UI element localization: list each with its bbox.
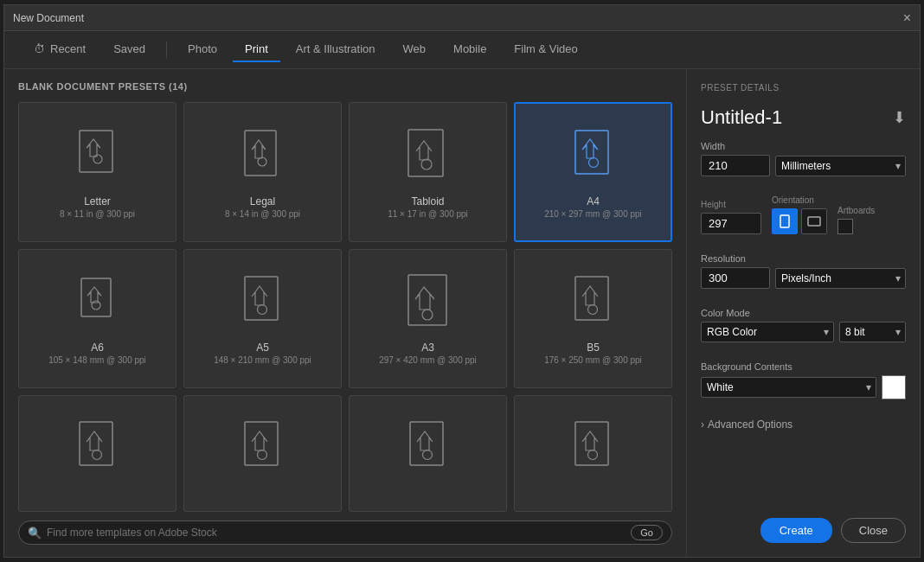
preset-a3[interactable]: A3 297 × 420 mm @ 300 ppi: [349, 249, 507, 387]
preset-9-icon: [72, 418, 124, 480]
preset-letter[interactable]: Letter 8 × 11 in @ 300 ppi: [18, 102, 176, 242]
search-input[interactable]: [47, 527, 626, 539]
dialog-title: New Document: [13, 12, 84, 24]
preset-a4[interactable]: A4 210 × 297 mm @ 300 ppi: [514, 102, 672, 242]
chevron-right-icon: ›: [701, 418, 704, 431]
tab-print[interactable]: Print: [233, 37, 280, 62]
resolution-unit-select[interactable]: Pixels/Inch Pixels/Centimeter: [775, 268, 906, 289]
preset-a6-size: 105 × 148 mm @ 300 ppi: [48, 355, 146, 365]
landscape-button[interactable]: [801, 208, 827, 234]
preset-a6-name: A6: [91, 342, 104, 354]
tab-art[interactable]: Art & Illustration: [284, 37, 388, 62]
document-name: Untitled-1: [701, 106, 782, 129]
presets-panel: BLANK DOCUMENT PRESETS (14) Letter 8 × 1…: [4, 69, 686, 557]
bg-contents-wrapper: White Black Transparent Background Color: [701, 377, 876, 398]
artboards-checkbox[interactable]: [837, 219, 853, 234]
bg-color-swatch[interactable]: [882, 375, 906, 399]
svg-rect-12: [408, 275, 446, 325]
details-title-row: Untitled-1 ⬇: [701, 106, 906, 129]
tab-web[interactable]: Web: [391, 37, 439, 62]
orientation-label: Orientation: [772, 195, 827, 205]
portrait-button[interactable]: [772, 208, 798, 234]
preset-9[interactable]: [18, 395, 176, 512]
height-label: Height: [701, 200, 761, 209]
search-bar: 🔍 Go: [18, 520, 672, 545]
save-preset-icon[interactable]: ⬇: [893, 108, 906, 127]
svg-point-19: [257, 450, 266, 460]
color-mode-row: RGB Color CMYK Color Grayscale 8 bit 16 …: [701, 322, 906, 342]
color-depth-select[interactable]: 8 bit 16 bit 32 bit: [839, 322, 906, 342]
resolution-input[interactable]: [701, 267, 770, 289]
color-mode-select[interactable]: RGB Color CMYK Color Grayscale: [701, 322, 834, 342]
bg-contents-select[interactable]: White Black Transparent Background Color: [701, 377, 876, 398]
svg-point-17: [92, 450, 101, 460]
preset-10[interactable]: [183, 395, 342, 512]
tab-recent[interactable]: ⏱ Recent: [22, 37, 98, 62]
svg-rect-16: [80, 422, 112, 465]
color-mode-wrapper: RGB Color CMYK Color Grayscale: [701, 322, 834, 342]
preset-b5-icon: [568, 272, 619, 335]
preset-b5[interactable]: B5 176 × 250 mm @ 300 ppi: [514, 249, 672, 387]
advanced-options-toggle[interactable]: › Advanced Options: [701, 418, 906, 431]
preset-b5-name: B5: [587, 342, 600, 354]
preset-tabloid-size: 11 × 17 in @ 300 ppi: [388, 209, 468, 219]
presets-header: BLANK DOCUMENT PRESETS (14): [18, 81, 672, 92]
presets-grid: Letter 8 × 11 in @ 300 ppi Legal 8 × 14 …: [18, 102, 672, 512]
preset-a6[interactable]: A6 105 × 148 mm @ 300 ppi: [18, 249, 176, 387]
preset-tabloid-name: Tabloid: [411, 195, 444, 208]
preset-legal-icon: [237, 126, 289, 188]
preset-letter-size: 8 × 11 in @ 300 ppi: [60, 209, 135, 219]
svg-point-5: [421, 159, 432, 169]
resolution-unit-wrapper: Pixels/Inch Pixels/Centimeter: [775, 268, 906, 289]
preset-b5-size: 176 × 250 mm @ 300 ppi: [544, 355, 642, 365]
preset-a5-name: A5: [256, 342, 269, 354]
artboards-subgroup: Artboards: [837, 206, 875, 234]
preset-tabloid[interactable]: Tabloid 11 × 17 in @ 300 ppi: [349, 102, 507, 242]
close-button[interactable]: Close: [841, 518, 906, 543]
orientation-group: [772, 208, 827, 234]
bg-contents-label: Background Contents: [701, 361, 906, 372]
main-content: BLANK DOCUMENT PRESETS (14) Letter 8 × 1…: [4, 69, 920, 557]
preset-legal[interactable]: Legal 8 × 14 in @ 300 ppi: [183, 102, 342, 242]
search-go-button[interactable]: Go: [631, 525, 663, 540]
width-input[interactable]: [701, 155, 770, 176]
details-panel: PRESET DETAILS Untitled-1 ⬇ Width Millim…: [686, 69, 920, 557]
height-input[interactable]: [701, 213, 761, 234]
tab-mobile[interactable]: Mobile: [441, 37, 498, 62]
preset-11-icon: [402, 418, 454, 480]
svg-rect-24: [780, 215, 789, 227]
preset-12-icon: [568, 418, 619, 480]
tab-saved[interactable]: Saved: [101, 37, 157, 62]
width-unit-select[interactable]: Millimeters Pixels Inches Centimeters: [775, 156, 906, 176]
details-section-label: PRESET DETAILS: [701, 83, 906, 93]
bg-contents-row: White Black Transparent Background Color: [701, 375, 906, 399]
preset-a5-size: 148 × 210 mm @ 300 ppi: [214, 355, 311, 365]
svg-rect-2: [245, 131, 276, 176]
bg-contents-section: Background Contents White Black Transpar…: [701, 361, 906, 408]
preset-a5[interactable]: A5 148 × 210 mm @ 300 ppi: [183, 249, 342, 387]
tab-film[interactable]: Film & Video: [502, 37, 589, 62]
preset-a3-name: A3: [421, 342, 434, 354]
title-bar: New Document ×: [4, 5, 920, 31]
svg-point-7: [588, 157, 598, 167]
create-button[interactable]: Create: [760, 518, 832, 543]
svg-rect-14: [575, 277, 608, 320]
resolution-row: Pixels/Inch Pixels/Centimeter: [701, 267, 906, 289]
preset-tabloid-icon: [402, 126, 454, 188]
height-orientation-row: Height Orientation Artboards: [701, 195, 906, 234]
svg-rect-8: [81, 278, 111, 316]
preset-letter-name: Letter: [84, 195, 111, 208]
artboards-label: Artboards: [837, 206, 875, 215]
preset-12[interactable]: [514, 395, 672, 512]
tab-photo[interactable]: Photo: [176, 37, 229, 62]
preset-a5-icon: [237, 272, 289, 335]
preset-10-icon: [237, 418, 289, 480]
svg-point-11: [257, 304, 266, 314]
svg-point-23: [587, 450, 597, 460]
tabs-bar: ⏱ Recent Saved Photo Print Art & Illustr…: [4, 31, 920, 69]
preset-11[interactable]: [349, 395, 507, 512]
tab-divider: [166, 42, 167, 59]
width-label: Width: [701, 141, 906, 151]
title-close-button[interactable]: ×: [903, 11, 911, 25]
preset-a6-icon: [72, 272, 124, 335]
